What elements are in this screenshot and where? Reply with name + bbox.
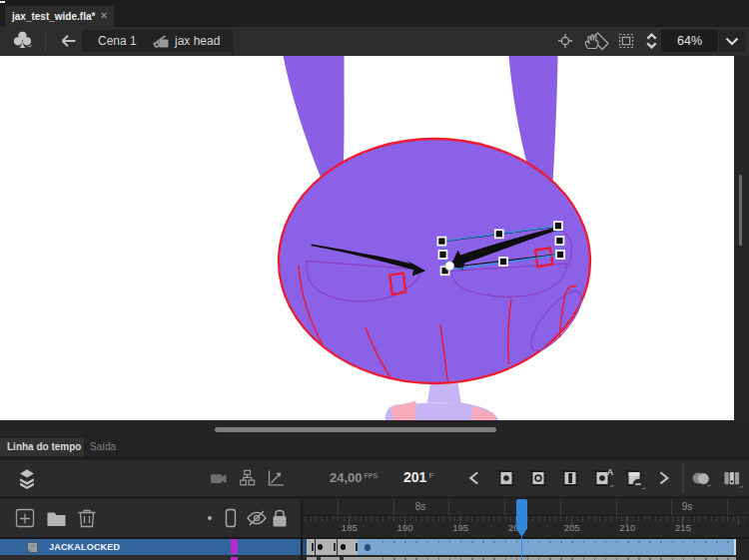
- svg-text:A: A: [607, 467, 614, 477]
